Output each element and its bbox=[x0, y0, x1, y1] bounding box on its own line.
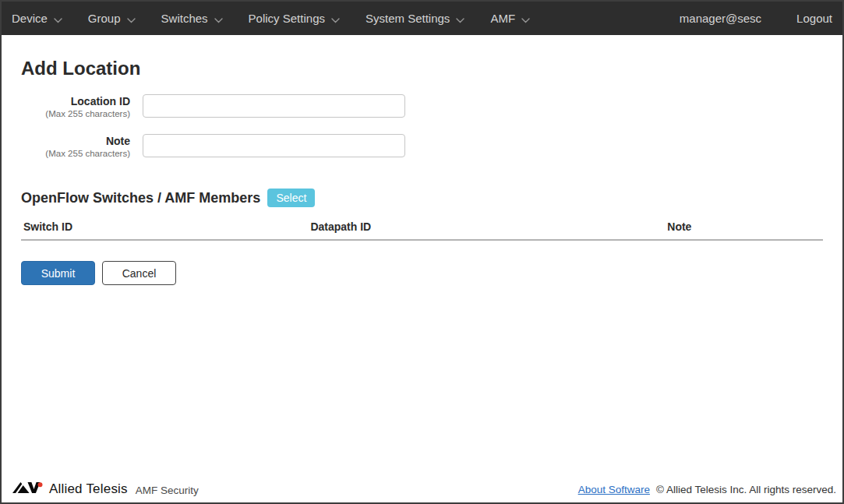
submit-button[interactable]: Submit bbox=[21, 261, 95, 285]
note-label-group: Note (Max 255 characters) bbox=[21, 134, 130, 160]
members-section-title: OpenFlow Switches / AMF Members bbox=[21, 190, 260, 206]
cancel-button[interactable]: Cancel bbox=[102, 261, 176, 285]
nav-item-switches[interactable]: Switches bbox=[161, 11, 223, 26]
chevron-down-icon bbox=[214, 12, 223, 26]
nav-item-label: AMF bbox=[490, 12, 515, 25]
nav-item-group[interactable]: Group bbox=[88, 11, 136, 26]
note-input[interactable] bbox=[143, 134, 405, 157]
chevron-down-icon bbox=[521, 12, 530, 26]
user-account-label: manager@sesc bbox=[680, 12, 761, 25]
nav-item-system-settings[interactable]: System Settings bbox=[365, 11, 464, 26]
nav-item-label: Policy Settings bbox=[249, 12, 325, 25]
allied-telesis-logo-icon bbox=[12, 482, 43, 496]
footer-links-group: About Software © Allied Telesis Inc. All… bbox=[578, 484, 836, 495]
chevron-down-icon bbox=[456, 12, 464, 26]
copyright-text: © Allied Telesis Inc. All rights reserve… bbox=[656, 484, 836, 495]
main-menu: Device Group Switches Policy Settings Sy… bbox=[12, 11, 556, 26]
location-id-label: Location ID bbox=[21, 95, 130, 108]
column-header-datapath-id: Datapath ID bbox=[308, 217, 665, 240]
members-table: Switch ID Datapath ID Note bbox=[21, 217, 823, 241]
product-name: AMF Security bbox=[136, 482, 199, 496]
footer-brand-group: Allied Telesis AMF Security bbox=[12, 481, 199, 497]
form-actions: Submit Cancel bbox=[21, 261, 823, 285]
chevron-down-icon bbox=[54, 12, 62, 26]
nav-item-policy-settings[interactable]: Policy Settings bbox=[249, 11, 340, 26]
about-software-link[interactable]: About Software bbox=[578, 484, 650, 495]
select-members-button[interactable]: Select bbox=[267, 189, 315, 207]
nav-item-label: Switches bbox=[161, 12, 208, 25]
nav-item-device[interactable]: Device bbox=[12, 11, 62, 26]
form-row-note: Note (Max 255 characters) bbox=[21, 134, 823, 160]
page-title: Add Location bbox=[21, 58, 823, 79]
column-header-switch-id: Switch ID bbox=[21, 217, 308, 240]
logout-link[interactable]: Logout bbox=[796, 12, 832, 25]
form-row-location-id: Location ID (Max 255 characters) bbox=[21, 94, 823, 120]
chevron-down-icon bbox=[127, 12, 136, 26]
navbar-right: manager@sesc Logout bbox=[680, 12, 832, 25]
add-location-form: Location ID (Max 255 characters) Note (M… bbox=[21, 94, 823, 160]
app-window: Device Group Switches Policy Settings Sy… bbox=[0, 0, 844, 504]
note-hint: (Max 255 characters) bbox=[21, 148, 130, 160]
column-header-note: Note bbox=[665, 217, 823, 240]
members-section-header: OpenFlow Switches / AMF Members Select bbox=[21, 189, 823, 207]
location-id-label-group: Location ID (Max 255 characters) bbox=[21, 94, 130, 120]
top-navbar: Device Group Switches Policy Settings Sy… bbox=[2, 2, 842, 35]
location-id-input[interactable] bbox=[143, 94, 405, 118]
nav-item-amf[interactable]: AMF bbox=[490, 11, 530, 26]
members-table-header-row: Switch ID Datapath ID Note bbox=[21, 217, 823, 240]
nav-item-label: Device bbox=[12, 12, 48, 25]
page-footer: Allied Telesis AMF Security About Softwa… bbox=[2, 477, 842, 502]
nav-item-label: Group bbox=[88, 12, 121, 25]
nav-item-label: System Settings bbox=[365, 12, 450, 25]
chevron-down-icon bbox=[331, 12, 340, 26]
brand-name: Allied Telesis bbox=[49, 481, 128, 497]
main-content: Add Location Location ID (Max 255 charac… bbox=[2, 58, 842, 285]
note-label: Note bbox=[21, 135, 130, 148]
location-id-hint: (Max 255 characters) bbox=[21, 108, 130, 120]
